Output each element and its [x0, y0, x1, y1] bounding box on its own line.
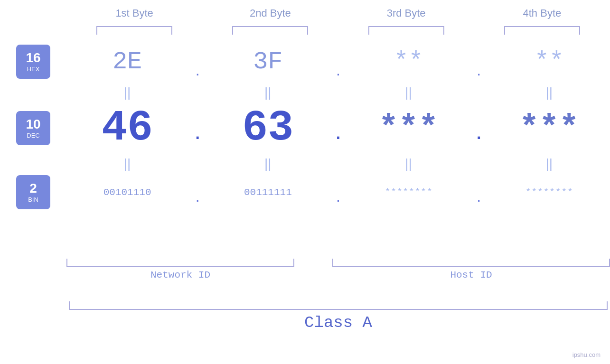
bracket-b4-top [474, 26, 610, 35]
dec-b3-val: *** [379, 110, 439, 147]
class-section: Class A [66, 301, 610, 332]
bin-b4: ******** [488, 173, 610, 211]
bin-values: 00101110 . 00111111 . ******** . [66, 173, 610, 211]
byte-headers: 1st Byte 2nd Byte 3rd Byte 4th Byte [66, 7, 610, 19]
bin-row: 2 BIN 00101110 . 00111111 . ******** [0, 173, 610, 211]
class-label: Class A [66, 314, 610, 332]
sep1-b2: || [207, 83, 328, 102]
pipe-1-4: || [546, 85, 553, 100]
pipe-2-1: || [124, 156, 131, 171]
watermark: ipshu.com [572, 351, 601, 358]
hex-b1-val: 2E [113, 48, 142, 76]
hex-dot2: . [336, 62, 340, 79]
bracket-b2-top [202, 26, 338, 35]
sep2-b3: || [348, 154, 469, 173]
byte3-header: 3rd Byte [338, 7, 474, 19]
host-id-label: Host ID [450, 270, 492, 280]
dec-badge-num: 10 [26, 117, 40, 132]
bin-sep2: . [329, 173, 348, 211]
bin-sep1: . [188, 173, 207, 211]
dec-b1: 46 [66, 102, 188, 154]
byte4-header: 4th Byte [474, 7, 610, 19]
network-id-label: Network ID [150, 270, 210, 280]
bin-badge-area: 2 BIN [0, 175, 66, 209]
sep2-gap1 [188, 154, 207, 173]
main-layout: 1st Byte 2nd Byte 3rd Byte 4th Byte 16 H… [0, 0, 610, 364]
dec-badge: 10 DEC [16, 111, 50, 145]
dec-badge-area: 10 DEC [0, 111, 66, 145]
byte2-header: 2nd Byte [202, 7, 338, 19]
hex-b2-val: 3F [253, 48, 282, 76]
dec-b2: 63 [207, 102, 328, 154]
dec-row: 10 DEC 46 . 63 . *** [0, 102, 610, 154]
hex-b2: 3F [207, 40, 328, 83]
hex-dot3: . [477, 62, 481, 79]
bin-b1-val: 00101110 [103, 187, 151, 198]
pipe-1-1: || [124, 85, 131, 100]
top-brackets [66, 26, 610, 35]
bin-badge: 2 BIN [16, 175, 50, 209]
dec-dot1: . [194, 117, 201, 145]
bracket-spacer [294, 259, 332, 280]
hex-b3-val: ** [394, 48, 423, 76]
host-bracket-container: Host ID [332, 259, 610, 280]
bracket-b2-inner [232, 26, 308, 35]
hex-dot1: . [196, 62, 200, 79]
hex-row: 16 HEX 2E . 3F . ** [0, 40, 610, 83]
bin-sep3: . [469, 173, 488, 211]
hex-b4-val: ** [535, 48, 564, 76]
bin-b4-val: ******** [525, 187, 573, 198]
bracket-b3-top [338, 26, 474, 35]
hex-values: 2E . 3F . ** . ** [66, 40, 610, 83]
dec-badge-name: DEC [27, 132, 39, 139]
bracket-b4-inner [504, 26, 580, 35]
bin-badge-num: 2 [29, 181, 37, 196]
dec-b2-val: 63 [242, 104, 293, 152]
pipe-1-3: || [405, 85, 412, 100]
bin-b1: 00101110 [66, 173, 188, 211]
sep2-b1: || [66, 154, 188, 173]
hex-sep3: . [469, 40, 488, 83]
sep1-gap1 [188, 83, 207, 102]
hex-b1: 2E [66, 40, 188, 83]
dec-sep2: . [329, 102, 348, 154]
sep1-gap2 [329, 83, 348, 102]
pipe-2-3: || [405, 156, 412, 171]
class-bracket [69, 301, 608, 310]
pipe-1-2: || [264, 85, 272, 100]
hex-b3: ** [348, 40, 469, 83]
dec-sep1: . [188, 102, 207, 154]
bin-b2: 00111111 [207, 173, 328, 211]
sep1-b4: || [488, 83, 610, 102]
dec-b4-val: *** [519, 110, 579, 147]
bin-dot1: . [196, 188, 200, 205]
network-bracket-box [66, 259, 294, 267]
bin-dot2: . [336, 188, 340, 205]
dec-b3: *** [348, 102, 469, 154]
bottom-brackets-row: Network ID Host ID [66, 259, 610, 280]
bracket-b1-inner [96, 26, 172, 35]
dec-values: 46 . 63 . *** . *** [66, 102, 610, 154]
byte1-header: 1st Byte [66, 7, 202, 19]
hex-b4: ** [488, 40, 610, 83]
dec-sep3: . [469, 102, 488, 154]
sep2-b2: || [207, 154, 328, 173]
bin-b2-val: 00111111 [244, 187, 292, 198]
sep-row-1: || || || || [0, 83, 610, 102]
network-bracket-container: Network ID [66, 259, 294, 280]
dec-b1-val: 46 [102, 104, 153, 152]
dec-dot2: . [335, 117, 342, 145]
hex-badge-name: HEX [27, 65, 40, 73]
sep1-values: || || || || [66, 83, 610, 102]
hex-badge: 16 HEX [16, 45, 50, 79]
hex-badge-area: 16 HEX [0, 45, 66, 79]
sep2-b4: || [488, 154, 610, 173]
bottom-brackets-section: Network ID Host ID [66, 259, 610, 280]
bin-badge-name: BIN [28, 196, 38, 203]
hex-sep2: . [329, 40, 348, 83]
bin-b3-val: ******** [385, 187, 432, 198]
sep-row-2: || || || || [0, 154, 610, 173]
dec-dot3: . [476, 117, 482, 145]
sep1-b3: || [348, 83, 469, 102]
bin-dot3: . [477, 188, 481, 205]
